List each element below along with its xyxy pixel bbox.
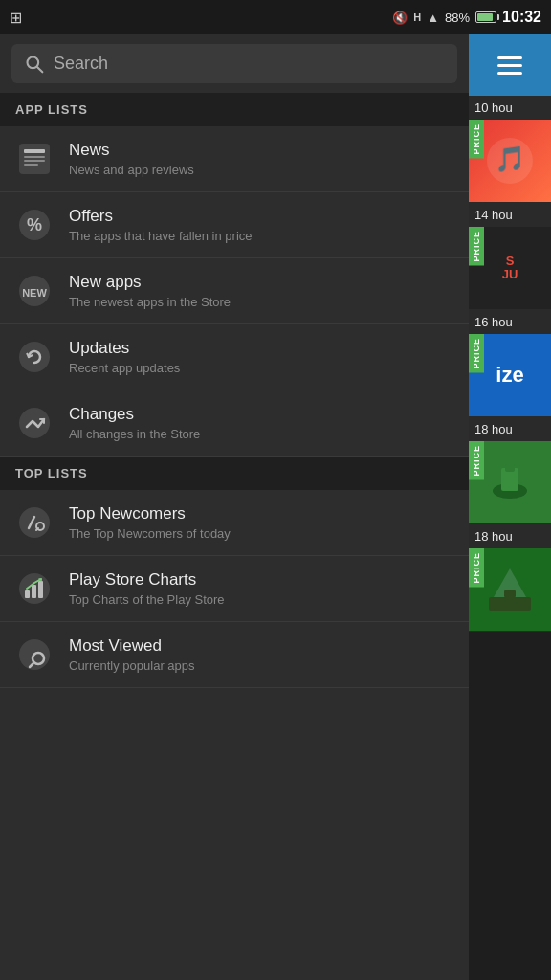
new-apps-title: New apps bbox=[69, 273, 231, 292]
status-left: ⊞ bbox=[10, 9, 22, 27]
menu-item-news[interactable]: News News and app reviews bbox=[0, 126, 469, 192]
offers-icon: % bbox=[15, 206, 54, 244]
svg-point-11 bbox=[19, 342, 50, 372]
battery-icon bbox=[475, 11, 496, 23]
svg-line-16 bbox=[36, 528, 38, 530]
right-item-2[interactable]: 14 hou PRICE SJU bbox=[469, 203, 551, 310]
svg-rect-19 bbox=[32, 585, 36, 598]
changes-title: Changes bbox=[69, 405, 200, 424]
top-newcomers-title: Top Newcomers bbox=[69, 504, 231, 523]
menu-item-play-store-charts[interactable]: Play Store Charts Top Charts of the Play… bbox=[0, 556, 469, 622]
updates-subtitle: Recent app updates bbox=[69, 361, 180, 375]
new-apps-subtitle: The newest apps in the Store bbox=[69, 295, 231, 309]
menu-item-offers[interactable]: % Offers The apps that have fallen in pr… bbox=[0, 192, 469, 258]
right-item-4-img: PRICE bbox=[469, 441, 551, 523]
section-header-app-lists: APP LISTS bbox=[0, 93, 469, 126]
play-store-charts-subtitle: Top Charts of the Play Store bbox=[69, 592, 225, 607]
status-bar: ⊞ 🔇 H ▲ 88% 10:32 bbox=[0, 0, 551, 34]
menu-item-most-viewed[interactable]: Most Viewed Currently popular apps bbox=[0, 622, 469, 688]
right-item-1-img: PRICE 🎵 bbox=[469, 120, 551, 202]
right-item-3[interactable]: 16 hou PRICE ize bbox=[469, 310, 551, 417]
price-badge-4: PRICE bbox=[469, 441, 484, 480]
play-store-charts-icon bbox=[15, 569, 54, 608]
svg-rect-2 bbox=[19, 144, 50, 174]
price-badge-5: PRICE bbox=[469, 548, 484, 588]
right-item-5-img: PRICE bbox=[469, 548, 551, 631]
offers-text: Offers The apps that have fallen in pric… bbox=[69, 207, 253, 243]
mute-icon: 🔇 bbox=[392, 11, 408, 25]
svg-rect-18 bbox=[25, 590, 30, 598]
right-item-4-time: 18 hou bbox=[469, 417, 551, 441]
svg-rect-29 bbox=[489, 597, 531, 611]
play-store-charts-text: Play Store Charts Top Charts of the Play… bbox=[69, 570, 225, 607]
right-item-2-time: 14 hou bbox=[469, 203, 551, 227]
news-icon bbox=[15, 140, 54, 178]
status-right: 🔇 H ▲ 88% 10:32 bbox=[392, 9, 541, 26]
section-header-top-lists: TOP LISTS bbox=[0, 457, 469, 490]
clock: 10:32 bbox=[502, 9, 541, 26]
most-viewed-subtitle: Currently popular apps bbox=[69, 658, 195, 673]
search-placeholder: Search bbox=[54, 54, 108, 74]
updates-title: Updates bbox=[69, 339, 180, 358]
svg-point-13 bbox=[19, 507, 50, 538]
most-viewed-icon bbox=[15, 635, 54, 674]
changes-text: Changes All changes in the Store bbox=[69, 405, 200, 441]
svg-rect-3 bbox=[24, 149, 45, 153]
price-badge-1: PRICE bbox=[469, 120, 484, 159]
h-icon: H bbox=[413, 11, 421, 23]
svg-line-1 bbox=[37, 66, 42, 71]
updates-text: Updates Recent app updates bbox=[69, 339, 180, 375]
right-item-4[interactable]: 18 hou PRICE bbox=[469, 417, 551, 524]
screen-icon: ⊞ bbox=[10, 9, 22, 27]
search-bar[interactable]: Search bbox=[11, 44, 457, 83]
svg-text:🎵: 🎵 bbox=[495, 144, 526, 174]
play-store-charts-title: Play Store Charts bbox=[69, 570, 225, 590]
svg-rect-28 bbox=[505, 464, 515, 472]
right-item-5[interactable]: 18 hou PRICE bbox=[469, 524, 551, 632]
updates-icon bbox=[15, 338, 54, 376]
most-viewed-text: Most Viewed Currently popular apps bbox=[69, 636, 195, 673]
battery-percent: 88% bbox=[445, 11, 470, 25]
offers-title: Offers bbox=[69, 207, 253, 226]
price-badge-2: PRICE bbox=[469, 227, 484, 266]
hamburger-icon bbox=[497, 56, 522, 75]
changes-subtitle: All changes in the Store bbox=[69, 427, 200, 441]
svg-text:%: % bbox=[27, 215, 42, 234]
svg-text:NEW: NEW bbox=[22, 287, 47, 299]
left-panel: Search APP LISTS News News and app revie… bbox=[0, 34, 469, 980]
menu-item-changes[interactable]: Changes All changes in the Store bbox=[0, 390, 469, 457]
right-item-1-time: 10 hou bbox=[469, 96, 551, 120]
news-text: News News and app reviews bbox=[69, 141, 194, 177]
offers-subtitle: The apps that have fallen in price bbox=[69, 229, 253, 243]
right-item-3-time: 16 hou bbox=[469, 310, 551, 334]
right-item-2-img: PRICE SJU bbox=[469, 227, 551, 309]
changes-icon bbox=[15, 404, 54, 442]
search-icon bbox=[25, 55, 44, 74]
top-newcomers-text: Top Newcomers The Top Newcomers of today bbox=[69, 504, 231, 541]
main-layout: Search APP LISTS News News and app revie… bbox=[0, 34, 551, 980]
news-subtitle: News and app reviews bbox=[69, 163, 194, 177]
top-newcomers-icon bbox=[15, 503, 54, 542]
most-viewed-title: Most Viewed bbox=[69, 636, 195, 656]
svg-rect-4 bbox=[24, 156, 45, 158]
svg-rect-5 bbox=[24, 160, 45, 162]
hamburger-button[interactable] bbox=[469, 34, 551, 96]
new-apps-icon: NEW bbox=[15, 272, 54, 310]
new-apps-text: New apps The newest apps in the Store bbox=[69, 273, 231, 309]
price-badge-3: PRICE bbox=[469, 334, 484, 373]
top-newcomers-subtitle: The Top Newcomers of today bbox=[69, 526, 231, 541]
menu-item-new-apps[interactable]: NEW New apps The newest apps in the Stor… bbox=[0, 258, 469, 324]
news-title: News bbox=[69, 141, 194, 160]
right-item-1[interactable]: 10 hou PRICE 🎵 bbox=[469, 96, 551, 203]
right-item-3-img: PRICE ize bbox=[469, 334, 551, 416]
svg-rect-20 bbox=[38, 581, 43, 598]
signal-icon: ▲ bbox=[427, 11, 439, 25]
menu-item-updates[interactable]: Updates Recent app updates bbox=[0, 324, 469, 390]
menu-item-top-newcomers[interactable]: Top Newcomers The Top Newcomers of today bbox=[0, 490, 469, 556]
svg-rect-6 bbox=[24, 164, 38, 166]
right-panel: 10 hou PRICE 🎵 14 hou PRICE SJU bbox=[469, 34, 551, 980]
svg-rect-31 bbox=[504, 590, 516, 597]
right-item-5-time: 18 hou bbox=[469, 524, 551, 548]
